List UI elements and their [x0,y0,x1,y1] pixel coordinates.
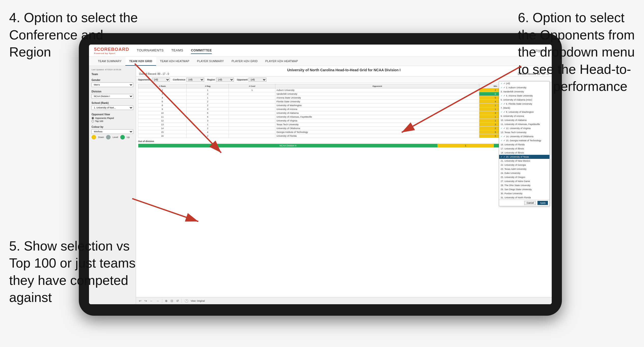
gender-section: Gender Men's [92,79,133,87]
dropdown-item[interactable]: 31. University of North Florida [499,196,549,200]
region-label: Region [207,78,215,81]
opponents-select[interactable]: (All) [152,78,170,82]
dropdown-item[interactable]: 9. University of Arizona [499,114,549,118]
tablet-screen: 5COREBOARD Powered by Sport TOURNAMENTS … [89,45,552,304]
dropdown-item[interactable]: ✓ (All) [499,81,549,86]
filters-row: Opponents: (All) Conference (All) Region [136,77,552,83]
cancel-button[interactable]: Cancel [524,201,536,205]
opponents-filter: Opponents: (All) [138,78,170,82]
view-label: View: Original [191,300,205,302]
opponent-select[interactable]: (All) [249,78,266,82]
table-row: University of Alabama [275,111,479,115]
dropdown-item[interactable]: 24. Duke University [499,171,549,175]
dropdown-item[interactable]: 25. University of Oregon [499,175,549,179]
tab-player-h2h-heatmap[interactable]: PLAYER H2H HEATMAP [261,57,302,66]
col-rank: # Rank [138,84,187,88]
fit-btn[interactable]: ⊡ [170,299,174,303]
division2-win: 1 [438,144,493,148]
dropdown-item[interactable]: 22. University of Georgia [499,163,549,167]
table-row [229,104,275,107]
col-conf: # Conf [229,84,275,88]
table-row: 2 [187,127,229,130]
nav-teams[interactable]: TEAMS [171,47,183,54]
toolbar-sep1 [162,299,162,303]
division-label: Division [92,90,133,93]
clock-btn[interactable]: 🕐 [184,299,189,303]
dropdown-item[interactable]: 7. (blank) [499,106,549,110]
toolbar-sep2 [182,299,182,303]
table-row: 3 [138,92,187,96]
dropdown-item[interactable]: ✓ 14. University of Oklahoma [499,134,549,138]
table-row [229,115,275,119]
dropdown-item[interactable]: 28. The Ohio State University [499,183,549,187]
tab-player-h2h-grid[interactable]: PLAYER H2H GRID [228,57,262,66]
conference-select[interactable]: (All) [186,78,204,82]
radio-label-1: Opponents Played [95,117,114,119]
tab-team-h2h-heatmap[interactable]: TEAM H2H HEATMAP [156,57,193,66]
opponent-filter: Opponent (All) [237,78,267,82]
reset-btn[interactable]: ↺ [175,299,179,303]
nav-bar: 5COREBOARD Powered by Sport TOURNAMENTS … [89,45,552,57]
dropdown-item[interactable]: ✓ 4. Arizona State University [499,94,549,98]
gender-label: Gender [92,79,133,81]
table-row: Auburn University [275,88,479,92]
zoom-btn[interactable]: ⊕ [164,299,168,303]
tab-player-summary[interactable]: PLAYER SUMMARY [193,57,228,66]
dropdown-item[interactable]: 5. University of Alabama (misc) [499,98,549,102]
dropdown-item[interactable]: 21. University of New Mexico [499,159,549,163]
forward-btn[interactable]: → [155,299,160,303]
table-row: 12 [138,119,187,123]
opponents-label: Opponents: [138,78,151,81]
dropdown-item[interactable]: 17. University of Illinois [499,147,549,151]
dropdown-item[interactable]: 11. University of Arkansas, Fayetteville [499,122,549,126]
region-select[interactable]: (All) [216,78,234,82]
dropdown-item[interactable]: ✓ 20. University of Texas [499,155,549,159]
grid-title: University of North Carolina Head-to-Hea… [139,68,549,72]
dropdown-item[interactable]: ✓ 12. University of Virginia [499,126,549,130]
opponent-view-label: Opponent View [92,113,133,116]
table-row: 4 [138,96,187,100]
level-dot [106,135,111,140]
opponent-dropdown[interactable]: ✓ (All)✓ 2. Auburn University 3. Vanderb… [499,81,550,206]
table-row: University of Arizona [275,107,479,111]
colour-label: Colour by [92,126,133,128]
dropdown-item[interactable]: 29. San Diego State University [499,187,549,191]
division-select[interactable]: NCAA Division I [92,94,133,99]
radio-top100[interactable]: Top 100 [92,120,133,122]
bottom-toolbar: ↩ ↪ ← → ⊕ ⊡ ↺ 🕐 View: Original [136,297,552,304]
dropdown-item[interactable]: 23. Texas A&M University [499,167,549,171]
nav-committee[interactable]: COMMITTEE [191,47,212,54]
dropdown-item[interactable]: 10. University of Alabama [499,118,549,122]
table-row: 2 [187,92,229,96]
dropdown-item[interactable]: 30. Purdue University [499,191,549,196]
radio-dot-2 [92,120,94,122]
region-filter: Region (All) [207,78,234,82]
annotation-1: 4. Option to select the Conference and R… [9,9,141,61]
colour-legend: Down Level Up [92,135,133,140]
radio-opponents-played[interactable]: Opponents Played [92,117,133,119]
school-select[interactable]: 1. University of Nort... [92,105,133,110]
table-row: 3 [187,119,229,123]
dropdown-item[interactable]: 16. University of Florida [499,143,549,147]
dropdown-item[interactable]: ✓ 6. Florida State University [499,102,549,106]
table-row: 6 [187,115,229,119]
dropdown-actions: Cancel Apply [499,200,549,206]
dropdown-item[interactable]: 27. University of Notre Dame [499,179,549,183]
sub-nav: TEAM SUMMARY TEAM H2H GRID TEAM H2H HEAT… [89,57,552,66]
gender-select[interactable]: Men's [92,82,133,87]
dropdown-item[interactable]: 18. University of Illinois [499,151,549,155]
annotation-3: 5. Show selection vs Top 100 or just tea… [9,238,152,306]
dropdown-item[interactable]: 3. Vanderbilt University [499,90,549,94]
apply-button[interactable]: Apply [537,201,548,205]
colour-section: Colour by Win/loss Down Level Up [92,126,133,140]
main-content: Last Updated: 4/7/2024 16:55:38 Team Gen… [89,66,552,304]
table-row: University of Florida [275,134,479,138]
colour-select[interactable]: Win/loss [92,129,133,134]
table-row: 15 [138,130,187,134]
dropdown-item[interactable]: 13. Texas Tech University [499,130,549,134]
dropdown-item[interactable]: ✓ 2. Auburn University [499,86,549,90]
dropdown-item[interactable]: ✓ 15. Georgia Institute of Technology [499,138,549,143]
table-row: 8 [138,104,187,107]
dropdown-item[interactable]: ✓ 8. University of Washington [499,110,549,114]
table-row: Georgia Institute of Technology [275,130,479,134]
